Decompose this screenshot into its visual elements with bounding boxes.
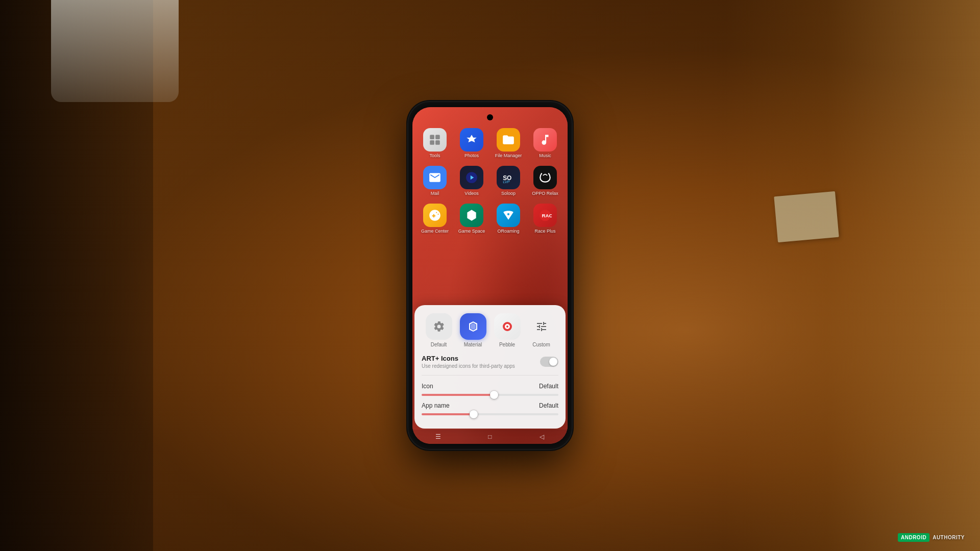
icon-size-label: Icon: [422, 383, 433, 390]
art-icons-title: ART+ Icons: [422, 355, 515, 362]
app-gamespace[interactable]: Game Space: [454, 201, 489, 236]
icon-styles-row: Default Material: [422, 313, 558, 347]
app-icon-music: [533, 128, 557, 152]
app-mail[interactable]: Mail: [418, 163, 452, 198]
nav-home-button[interactable]: □: [485, 432, 495, 442]
icon-size-slider[interactable]: [422, 394, 558, 396]
bg-sticky-note: [774, 191, 839, 242]
icon-size-section: Icon Default: [422, 383, 558, 396]
nav-back-button[interactable]: ◁: [536, 432, 547, 442]
app-label-filemanager: File Manager: [495, 154, 522, 159]
style-default-label: Default: [431, 342, 447, 347]
style-pebble-label: Pebble: [499, 342, 515, 347]
app-label-raceplus: Race Plus: [534, 229, 555, 234]
app-label-photos: Photos: [464, 154, 479, 159]
nav-menu-button[interactable]: ☰: [433, 432, 444, 442]
svg-text:RACE: RACE: [542, 213, 552, 218]
phone-wrapper: Tools Photos: [408, 102, 572, 449]
svg-rect-0: [430, 135, 434, 139]
app-icon-gamespace: [460, 204, 483, 227]
icon-size-header: Icon Default: [422, 383, 558, 390]
icon-size-fill: [422, 394, 494, 396]
app-label-gamecenter: Game Center: [421, 229, 449, 234]
app-label-music: Music: [539, 154, 551, 159]
phone-device: Tools Photos: [408, 102, 572, 449]
art-icons-subtitle: Use redesigned icons for third-party app…: [422, 363, 515, 369]
android-authority-watermark: ANDROID AUTHORITY: [898, 533, 965, 542]
camera-punch-hole: [487, 114, 493, 120]
style-custom-item[interactable]: Custom: [528, 313, 555, 347]
app-tools[interactable]: Tools: [418, 125, 452, 161]
app-icon-videos: [460, 166, 483, 189]
app-grid: Tools Photos: [418, 125, 562, 236]
app-name-slider[interactable]: [422, 413, 558, 415]
toggle-knob: [549, 358, 557, 366]
art-icons-header: ART+ Icons Use redesigned icons for thir…: [422, 355, 558, 369]
style-material-label: Material: [464, 342, 482, 347]
style-default-button[interactable]: [426, 313, 452, 340]
style-pebble-button[interactable]: [494, 313, 521, 340]
app-name-label: App name: [422, 402, 450, 409]
svg-point-13: [506, 325, 508, 328]
screen-content: Tools Photos: [412, 107, 568, 444]
app-music[interactable]: Music: [528, 125, 562, 161]
style-custom-label: Custom: [532, 342, 550, 347]
icon-size-value: Default: [539, 383, 558, 390]
art-icons-section: ART+ Icons Use redesigned icons for thir…: [422, 355, 558, 375]
style-material-button[interactable]: [460, 313, 486, 340]
app-label-videos: Videos: [464, 191, 478, 196]
app-soloop[interactable]: SO LVP Soloop: [491, 163, 526, 198]
bg-wall-corner: [51, 0, 179, 102]
app-name-value: Default: [539, 402, 558, 409]
watermark-authority-text: AUTHORITY: [933, 535, 965, 540]
app-opporelax[interactable]: OPPO Relax: [528, 163, 562, 198]
watermark-android-text: ANDROID: [898, 533, 929, 542]
app-label-soloop: Soloop: [501, 191, 516, 196]
app-name-header: App name Default: [422, 402, 558, 409]
phone-screen: Tools Photos: [412, 107, 568, 444]
navigation-bar: ☰ □ ◁: [412, 430, 568, 444]
app-raceplus[interactable]: RACE Race Plus: [528, 201, 562, 236]
app-icon-photos: [460, 128, 483, 152]
app-name-fill: [422, 413, 474, 415]
app-label-gamespace: Game Space: [458, 229, 485, 234]
app-icon-mail: [423, 166, 447, 189]
style-custom-button[interactable]: [528, 313, 555, 340]
app-gamecenter[interactable]: Game Center: [418, 201, 452, 236]
app-icon-oroaming: [497, 204, 520, 227]
bg-right-light: [725, 0, 980, 551]
app-icon-tools: [423, 128, 447, 152]
app-label-mail: Mail: [431, 191, 439, 196]
app-name-section: App name Default: [422, 402, 558, 415]
app-name-thumb[interactable]: [470, 410, 478, 418]
svg-rect-2: [430, 140, 434, 145]
icon-style-panel: Default Material: [414, 305, 566, 429]
svg-text:LVP: LVP: [503, 180, 510, 184]
app-icon-opporelax: [533, 166, 557, 189]
app-label-oroaming: ORoaming: [497, 229, 519, 234]
app-label-tools: Tools: [429, 154, 440, 159]
svg-point-8: [507, 213, 509, 215]
style-pebble-item[interactable]: Pebble: [494, 313, 521, 347]
app-label-opporelax: OPPO Relax: [532, 191, 558, 196]
art-icons-toggle[interactable]: [540, 357, 558, 367]
style-material-item[interactable]: Material: [460, 313, 486, 347]
app-oroaming[interactable]: ORoaming: [491, 201, 526, 236]
app-filemanager[interactable]: File Manager: [491, 125, 526, 161]
icon-size-thumb[interactable]: [490, 391, 498, 399]
app-icon-filemanager: [497, 128, 520, 152]
art-icons-title-group: ART+ Icons Use redesigned icons for thir…: [422, 355, 515, 369]
app-photos[interactable]: Photos: [454, 125, 489, 161]
style-default-item[interactable]: Default: [426, 313, 452, 347]
app-videos[interactable]: Videos: [454, 163, 489, 198]
app-icon-raceplus: RACE: [533, 204, 557, 227]
svg-rect-3: [435, 140, 440, 145]
app-icon-gamecenter: [423, 204, 447, 227]
app-icon-soloop: SO LVP: [497, 166, 520, 189]
svg-rect-1: [435, 135, 440, 139]
